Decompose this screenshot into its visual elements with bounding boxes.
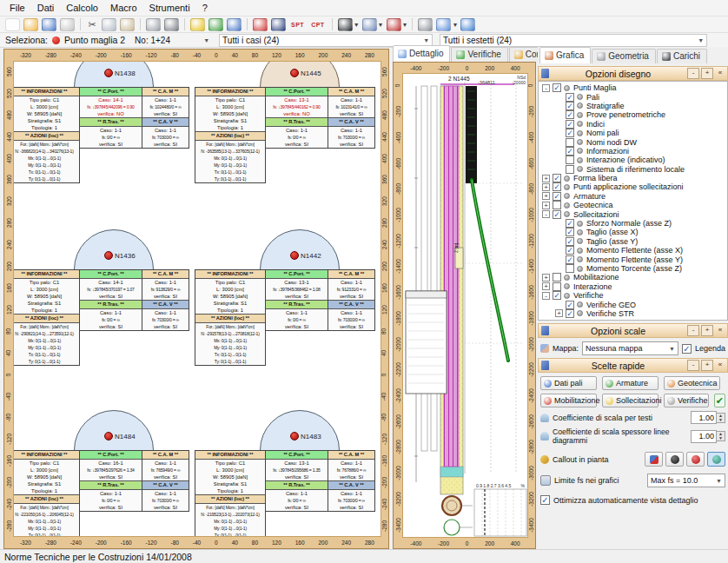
section-plus-button[interactable]: + bbox=[701, 325, 713, 336]
chevron-down-icon[interactable]: ▼ bbox=[452, 22, 458, 28]
menu-item-?[interactable]: ? bbox=[196, 1, 214, 15]
yellow-ball-icon[interactable] bbox=[190, 18, 205, 31]
tree-item[interactable]: +✓Punti applicazione sollecitazioni bbox=[539, 182, 727, 191]
tree-item[interactable]: ✓Taglio (asse X) bbox=[539, 228, 727, 236]
tree-checkbox[interactable] bbox=[566, 264, 574, 273]
tree-checkbox[interactable] bbox=[553, 201, 561, 209]
sphere-icon[interactable] bbox=[164, 18, 179, 31]
selection-region-icon[interactable] bbox=[362, 18, 377, 31]
pile-info-table[interactable]: ** INFORMAZIONI **Tipo palo: C1L: 3000 [… bbox=[13, 450, 189, 537]
plan-canvas[interactable]: N1438** INFORMAZIONI **Tipo palo: C1L: 3… bbox=[13, 61, 381, 537]
optimize-detail-checkbox[interactable]: ✓ bbox=[540, 495, 550, 505]
sextets-combo[interactable]: Tutti i sestetti (24) ▼ bbox=[440, 34, 707, 47]
pile-info-table[interactable]: ** INFORMAZIONI **Tipo palo: C1L: 3000 [… bbox=[13, 269, 189, 366]
callout-style-4-button[interactable] bbox=[707, 452, 725, 467]
menu-item-dati[interactable]: Dati bbox=[31, 1, 61, 15]
tree-checkbox[interactable]: ✓ bbox=[566, 110, 574, 119]
pile-marker-icon[interactable] bbox=[290, 69, 299, 77]
spin-down-icon[interactable]: ▼ bbox=[717, 418, 725, 422]
quick-button-geotecnica[interactable]: Geotecnica bbox=[664, 376, 720, 390]
collapse-all-icon[interactable]: « bbox=[715, 326, 725, 335]
quick-button-dati-pali[interactable]: Dati pali bbox=[540, 376, 597, 390]
image-icon[interactable] bbox=[271, 18, 286, 31]
tab-dettaglio[interactable]: Dettaglio bbox=[393, 45, 450, 62]
tree-item[interactable]: ✓Momento Flettente (asse Y) bbox=[539, 255, 727, 263]
tree-checkbox[interactable] bbox=[566, 156, 574, 164]
expand-icon[interactable]: + bbox=[542, 274, 550, 282]
import-icon[interactable] bbox=[208, 18, 223, 31]
tree-checkbox[interactable]: ✓ bbox=[553, 291, 561, 300]
tree-checkbox[interactable]: ✓ bbox=[566, 219, 574, 228]
detail-canvas[interactable]: 2 N1445 -364811 NSd -20000 Z [m] 0.9 1.8… bbox=[402, 73, 528, 538]
tree-checkbox[interactable]: ✓ bbox=[566, 246, 574, 255]
spin-down-icon[interactable]: ▼ bbox=[717, 436, 725, 440]
quick-button-sollecitazioni[interactable]: Sollecitazioni bbox=[602, 394, 659, 407]
pile-info-table[interactable]: ** INFORMAZIONI **Tipo palo: C1L: 3000 [… bbox=[195, 450, 375, 537]
tree-item[interactable]: +Geotecnica bbox=[539, 201, 727, 209]
section-plus-button[interactable]: + bbox=[701, 68, 713, 79]
pile-info-table[interactable]: ** INFORMAZIONI **Tipo palo: C1L: 3000 [… bbox=[13, 87, 189, 183]
chevron-down-icon[interactable]: ▼ bbox=[378, 22, 384, 28]
quick-button-mobilitazione[interactable]: Mobilitazione bbox=[540, 394, 597, 407]
dark-ball-icon[interactable] bbox=[338, 18, 353, 31]
tree-item[interactable]: ✓Prove penetrometriche bbox=[539, 110, 727, 119]
tree-checkbox[interactable] bbox=[566, 138, 574, 147]
tree-checkbox[interactable]: ✓ bbox=[566, 228, 574, 236]
collapse-icon[interactable]: - bbox=[542, 84, 550, 92]
pile-info-table[interactable]: ** INFORMAZIONI **Tipo palo: C1L: 3000 [… bbox=[195, 87, 375, 183]
section-minus-button[interactable]: - bbox=[687, 325, 699, 336]
link-icon[interactable] bbox=[418, 18, 433, 31]
expand-icon[interactable]: + bbox=[542, 175, 550, 182]
section-header-opzioni-scale[interactable]: Opzioni scale - + « bbox=[538, 323, 728, 338]
pin-icon[interactable] bbox=[146, 18, 161, 31]
expand-icon[interactable]: + bbox=[542, 202, 550, 209]
tree-checkbox[interactable]: ✓ bbox=[566, 255, 574, 264]
paste-icon[interactable] bbox=[120, 18, 135, 31]
pile-info-table[interactable]: ** INFORMAZIONI **Tipo palo: C1L: 3000 [… bbox=[195, 269, 375, 366]
tree-item[interactable]: -✓Punti Maglia bbox=[539, 83, 727, 92]
menu-item-macro[interactable]: Macro bbox=[104, 1, 143, 15]
callout-style-3-button[interactable] bbox=[686, 452, 705, 467]
pile-marker-icon[interactable] bbox=[104, 432, 113, 440]
expand-icon[interactable]: + bbox=[542, 282, 550, 290]
tree-checkbox[interactable]: ✓ bbox=[566, 309, 574, 318]
pile-marker-icon[interactable] bbox=[104, 69, 113, 77]
menu-item-calcolo[interactable]: Calcolo bbox=[60, 1, 104, 15]
star-icon[interactable] bbox=[253, 18, 268, 31]
tab-geometria[interactable]: Geometria bbox=[592, 49, 656, 63]
cpt-button[interactable]: CPT bbox=[309, 19, 327, 30]
tree-item[interactable]: ✓Momento Flettente (asse X) bbox=[539, 246, 727, 255]
tree-item[interactable]: Nomi nodi DW bbox=[539, 137, 727, 146]
tree-item[interactable]: +✓Armature bbox=[539, 192, 727, 201]
callout-style-1-button[interactable] bbox=[645, 452, 663, 467]
tree-checkbox[interactable]: ✓ bbox=[553, 210, 561, 219]
coeff-testi-spinner[interactable]: 1.00 ▲▼ bbox=[691, 411, 725, 424]
pile-marker-icon[interactable] bbox=[104, 251, 113, 260]
tree-checkbox[interactable]: ✓ bbox=[553, 182, 561, 191]
collapse-icon[interactable]: - bbox=[542, 210, 550, 218]
tree-checkbox[interactable] bbox=[553, 273, 561, 282]
tree-checkbox[interactable]: ✓ bbox=[566, 147, 574, 156]
tree-checkbox[interactable]: ✓ bbox=[566, 102, 574, 110]
cut-icon[interactable]: ✂ bbox=[86, 19, 98, 30]
tab-verifiche[interactable]: Verifiche bbox=[451, 47, 507, 62]
quick-button-armature[interactable]: Armature bbox=[602, 376, 659, 390]
collapse-icon[interactable]: - bbox=[542, 292, 550, 300]
fs-limit-select[interactable]: Max fs = 10.0 ▼ bbox=[647, 474, 725, 487]
tree-item[interactable]: Momento Torcente (asse Z) bbox=[539, 264, 727, 273]
expand-icon[interactable]: + bbox=[555, 309, 563, 317]
tree-item[interactable]: +✓Verifiche STR bbox=[539, 309, 727, 318]
range-combo[interactable]: No: 1+24 ▼ bbox=[132, 35, 212, 46]
copy-icon[interactable] bbox=[102, 18, 116, 31]
tab-grafica[interactable]: Grafica bbox=[539, 47, 591, 63]
tree-item[interactable]: ✓Taglio (asse Y) bbox=[539, 237, 727, 246]
tree-checkbox[interactable] bbox=[553, 282, 561, 291]
people-icon[interactable] bbox=[227, 18, 242, 31]
callout-style-2-button[interactable] bbox=[665, 452, 684, 467]
tree-item[interactable]: ✓Stratigrafie bbox=[539, 102, 727, 110]
menu-item-file[interactable]: File bbox=[3, 1, 31, 15]
expand-icon[interactable]: + bbox=[542, 183, 550, 191]
tree-checkbox[interactable]: ✓ bbox=[566, 120, 574, 129]
tree-checkbox[interactable] bbox=[566, 165, 574, 174]
section-minus-button[interactable]: - bbox=[687, 68, 699, 79]
